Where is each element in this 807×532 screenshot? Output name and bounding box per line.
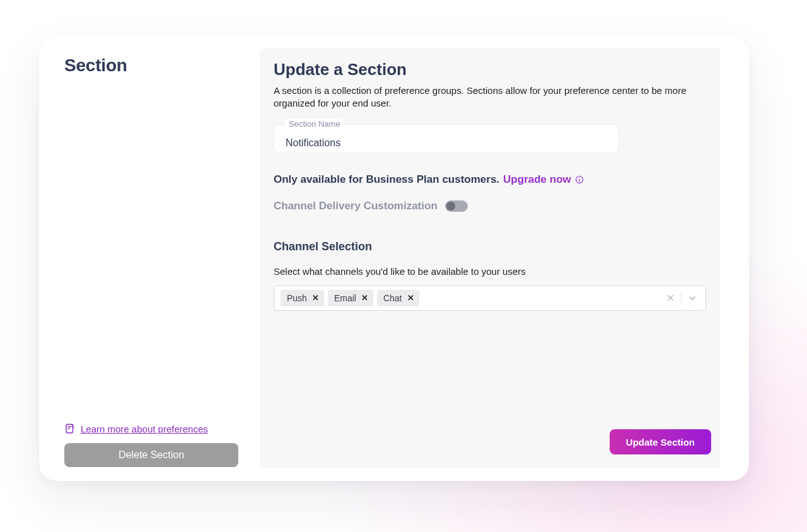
channel-delivery-row: Channel Delivery Customization — [274, 200, 716, 212]
learn-more-link[interactable]: Learn more about preferences — [81, 424, 208, 434]
channel-multiselect[interactable]: Push✕Email✕Chat✕ — [274, 286, 706, 311]
section-name-label: Section Name — [285, 119, 344, 129]
channel-tag-label: Chat — [383, 293, 402, 303]
multiselect-controls — [659, 291, 703, 306]
remove-tag-icon[interactable]: ✕ — [361, 293, 368, 303]
sidebar: Section Learn more about preferences Del… — [39, 37, 260, 481]
panel-description: A section is a collection of preference … — [274, 84, 702, 110]
plan-restriction-line: Only available for Business Plan custome… — [274, 173, 716, 186]
learn-more-row: Learn more about preferences — [64, 423, 238, 434]
sidebar-title: Section — [64, 55, 238, 76]
channel-delivery-label: Channel Delivery Customization — [274, 200, 438, 212]
channel-selection-description: Select what channels you'd like to be av… — [274, 266, 716, 277]
remove-tag-icon[interactable]: ✕ — [312, 293, 319, 303]
info-icon[interactable] — [575, 175, 584, 184]
document-icon — [64, 423, 76, 434]
channel-delivery-toggle[interactable] — [445, 200, 468, 212]
upgrade-now-link[interactable]: Upgrade now — [503, 173, 571, 186]
channel-tag-label: Push — [287, 293, 307, 303]
plan-restriction-text: Only available for Business Plan custome… — [274, 173, 499, 186]
channel-selection-title: Channel Selection — [274, 240, 716, 253]
remove-tag-icon[interactable]: ✕ — [407, 293, 414, 303]
chevron-down-icon[interactable] — [682, 291, 703, 306]
channel-tag: Push✕ — [281, 290, 324, 306]
update-section-panel: Update a Section A section is a collecti… — [260, 49, 729, 468]
settings-card: Section Learn more about preferences Del… — [39, 37, 749, 481]
svg-point-2 — [579, 177, 579, 178]
clear-all-icon[interactable] — [659, 291, 681, 306]
section-name-field: Section Name — [274, 124, 619, 153]
delete-section-button[interactable]: Delete Section — [64, 443, 238, 467]
main-pane: Update a Section A section is a collecti… — [260, 37, 749, 481]
update-section-button[interactable]: Update Section — [610, 429, 711, 454]
channel-tag: Email✕ — [328, 290, 373, 306]
panel-title: Update a Section — [274, 60, 716, 79]
channel-tag: Chat✕ — [377, 290, 419, 306]
channel-tag-label: Email — [334, 293, 356, 303]
channel-tags: Push✕Email✕Chat✕ — [281, 290, 659, 306]
